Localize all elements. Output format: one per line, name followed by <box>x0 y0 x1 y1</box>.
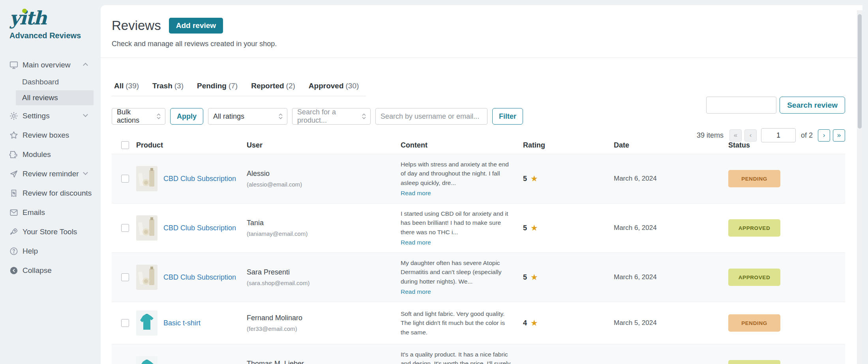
table-row: CBD Club Subscription Tania (taniamay@em… <box>112 203 845 252</box>
add-review-button[interactable]: Add review <box>169 18 223 34</box>
tab-approved[interactable]: Approved(30) <box>309 82 359 90</box>
review-content: My daughter often has severe Atopic Derm… <box>401 259 501 285</box>
monitor-icon <box>9 60 19 70</box>
coupon-icon <box>9 188 19 198</box>
sidebar-item-modules[interactable]: Modules <box>0 145 101 164</box>
column-header-user: User <box>247 141 401 149</box>
product-link[interactable]: CBD Club Subscription <box>163 224 236 232</box>
collapse-icon <box>9 265 19 276</box>
reviews-table: Product User Content Rating Date Status … <box>112 136 845 364</box>
page-title: Reviews <box>112 18 161 33</box>
sidebar-item-collapse[interactable]: Collapse <box>0 261 101 280</box>
tab-pending[interactable]: Pending(7) <box>197 82 238 90</box>
product-image <box>136 310 157 336</box>
main-content: Reviews Add review Check and manage all … <box>101 5 862 364</box>
product-image <box>136 265 157 290</box>
sidebar-item-help[interactable]: Help <box>0 241 101 261</box>
send-icon <box>9 169 19 179</box>
user-name: Tania <box>247 219 401 227</box>
sidebar-menu: Main overview Dashboard All reviews Sett… <box>0 55 101 280</box>
puzzle-icon <box>9 149 19 160</box>
table-row: Basic t-shirt Fernand Molinaro (fer33@em… <box>112 302 845 344</box>
user-name: Alessio <box>247 170 401 178</box>
sidebar-item-label: Collapse <box>22 266 52 275</box>
sidebar-item-label: Review reminder <box>22 170 79 178</box>
review-date: March 5, 2024 <box>614 319 728 327</box>
scrollbar-thumb[interactable] <box>858 14 862 129</box>
tab-reported[interactable]: Reported(2) <box>251 82 295 90</box>
row-checkbox[interactable] <box>121 175 129 183</box>
rating-value: 5 <box>523 273 527 282</box>
product-image <box>136 166 157 191</box>
star-icon: ★ <box>531 273 538 282</box>
tab-all[interactable]: All(39) <box>114 82 139 90</box>
user-name: Sara Presenti <box>247 268 401 276</box>
status-badge: APPROVED <box>728 360 780 364</box>
current-page-input[interactable] <box>761 128 796 142</box>
sidebar-item-review-reminder[interactable]: Review reminder <box>0 164 101 183</box>
product-link[interactable]: Basic t-shirt <box>163 319 201 327</box>
star-icon: ★ <box>531 174 538 183</box>
sidebar-item-your-store-tools[interactable]: Your Store Tools <box>0 222 101 241</box>
chevron-up-icon <box>83 63 88 68</box>
read-more-link[interactable]: Read more <box>401 189 511 198</box>
status-tabs: All(39) Trash(3) Pending(7) Reported(2) … <box>112 82 366 96</box>
sidebar-item-emails[interactable]: Emails <box>0 203 101 222</box>
sidebar-item-label: Modules <box>22 150 51 159</box>
sidebar-item-all-reviews[interactable]: All reviews <box>16 90 94 105</box>
envelope-icon <box>9 207 19 218</box>
review-date: March 6, 2024 <box>614 273 728 281</box>
search-review-button[interactable]: Search review <box>780 97 845 114</box>
user-email: (fer33@email.com) <box>247 325 401 332</box>
filter-button[interactable]: Filter <box>492 108 523 125</box>
prev-page-button[interactable]: ‹ <box>744 129 757 142</box>
review-content: I started using CBD oil for anxiety and … <box>401 210 508 235</box>
product-link[interactable]: CBD Club Subscription <box>163 175 236 183</box>
rocket-icon <box>9 227 19 237</box>
user-name: Thomas M. Lieber <box>247 360 401 364</box>
sidebar-item-label: Help <box>22 247 38 256</box>
last-page-button[interactable]: » <box>833 129 845 142</box>
sidebar-item-main-overview[interactable]: Main overview <box>0 55 101 75</box>
apply-button[interactable]: Apply <box>170 108 203 125</box>
sidebar-item-dashboard[interactable]: Dashboard <box>0 75 101 90</box>
bulk-actions-select[interactable]: Bulk actions <box>112 108 165 125</box>
scrollbar-track[interactable] <box>857 10 862 364</box>
search-review-input[interactable] <box>706 97 776 114</box>
sidebar: yith Advanced Reviews Main overview Dash… <box>0 0 101 364</box>
sidebar-item-label: Dashboard <box>22 78 59 86</box>
chevron-down-icon <box>83 112 88 117</box>
column-header-product: Product <box>136 141 247 149</box>
select-all-checkbox[interactable] <box>121 141 129 149</box>
plugin-name: Advanced Reviews <box>0 27 101 40</box>
tab-trash[interactable]: Trash(3) <box>152 82 184 90</box>
first-page-button[interactable]: « <box>729 129 742 142</box>
star-icon: ★ <box>531 318 538 328</box>
review-date: March 6, 2024 <box>614 224 728 232</box>
search-review-group: Search review <box>706 97 845 114</box>
sidebar-item-label: Your Store Tools <box>22 228 77 236</box>
yith-logo-text: yith <box>9 7 46 29</box>
user-name: Fernand Molinaro <box>247 314 401 322</box>
review-content: It's a quality product. It has a nice fa… <box>401 351 510 364</box>
column-header-rating: Rating <box>523 141 614 149</box>
row-checkbox[interactable] <box>121 273 129 281</box>
all-ratings-select[interactable]: All ratings <box>208 108 287 125</box>
rating-value: 4 <box>523 319 527 327</box>
read-more-link[interactable]: Read more <box>401 238 511 247</box>
items-count: 39 items <box>697 131 724 140</box>
sidebar-item-settings[interactable]: Settings <box>0 106 101 125</box>
row-checkbox[interactable] <box>121 224 129 232</box>
product-link[interactable]: CBD Club Subscription <box>163 273 236 282</box>
yith-logo: yith <box>0 6 101 27</box>
review-content: Helps with stress and anxiety at the end… <box>401 161 509 186</box>
row-checkbox[interactable] <box>121 319 129 327</box>
read-more-link[interactable]: Read more <box>401 287 511 296</box>
username-email-input[interactable] <box>375 108 487 125</box>
table-row: CBD Club Subscription Sara Presenti (sar… <box>112 252 845 302</box>
next-page-button[interactable]: › <box>818 129 830 142</box>
sidebar-item-review-for-discounts[interactable]: Review for discounts <box>0 183 101 203</box>
column-header-content: Content <box>401 141 523 149</box>
product-search-select[interactable]: Search for a product... <box>292 108 371 125</box>
sidebar-item-review-boxes[interactable]: Review boxes <box>0 125 101 145</box>
